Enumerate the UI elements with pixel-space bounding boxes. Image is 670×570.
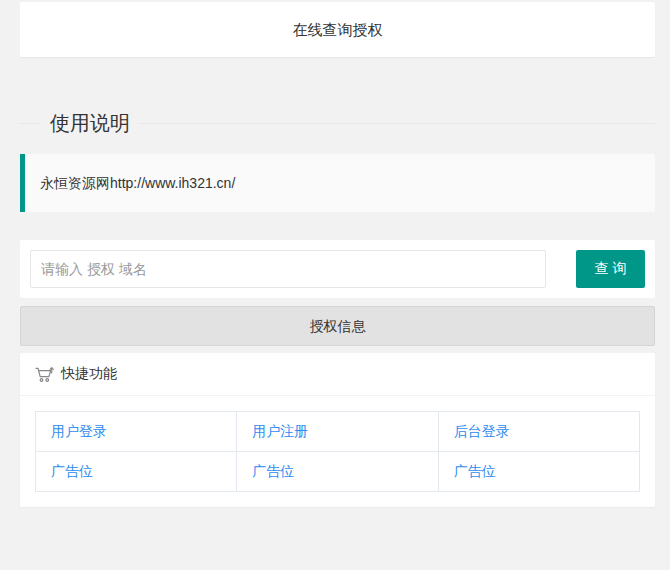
site-quote: 永恒资源网http://www.ih321.cn/ [20,154,655,212]
table-row: 用户登录 用户注册 后台登录 [36,412,640,452]
quick-links-table: 用户登录 用户注册 后台登录 广告位 [35,411,640,492]
page-title: 在线查询授权 [293,21,383,38]
link-admin-login[interactable]: 后台登录 [454,423,510,439]
quick-functions-header: 快捷功能 [20,353,655,396]
query-button[interactable]: 查 询 [576,250,645,288]
quick-functions-title: 快捷功能 [61,365,117,383]
table-cell: 用户注册 [237,412,438,452]
table-cell: 广告位 [237,452,438,492]
site-quote-text: 永恒资源网http://www.ih321.cn/ [40,175,235,191]
usage-section-title: 使用说明 [40,110,140,137]
link-ad-slot-2[interactable]: 广告位 [252,463,294,479]
usage-section-divider: 使用说明 [20,110,655,137]
search-form: 查 询 [20,240,655,298]
cart-icon [35,366,54,383]
link-user-register[interactable]: 用户注册 [252,423,308,439]
auth-info-bar[interactable]: 授权信息 [20,306,655,346]
domain-search-input[interactable] [30,250,546,288]
table-cell: 广告位 [36,452,237,492]
table-cell: 用户登录 [36,412,237,452]
table-row: 广告位 广告位 广告位 [36,452,640,492]
table-cell: 广告位 [438,452,639,492]
table-cell: 后台登录 [438,412,639,452]
link-user-login[interactable]: 用户登录 [51,423,107,439]
quick-functions-card: 快捷功能 用户登录 用户注册 后台登录 [20,353,655,507]
quick-functions-body: 用户登录 用户注册 后台登录 广告位 [20,396,655,507]
auth-info-label: 授权信息 [310,318,366,334]
page-title-bar: 在线查询授权 [20,2,655,58]
link-ad-slot-3[interactable]: 广告位 [454,463,496,479]
page-wrapper: 在线查询授权 使用说明 永恒资源网http://www.ih321.cn/ 查 … [20,2,655,507]
link-ad-slot-1[interactable]: 广告位 [51,463,93,479]
